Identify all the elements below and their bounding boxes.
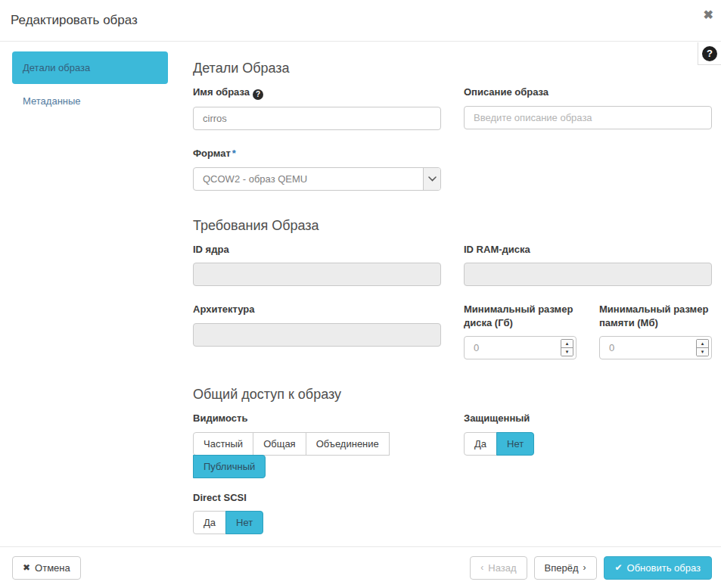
visibility-option-private[interactable]: Частный — [193, 432, 253, 456]
direct-scsi-option-yes[interactable]: Да — [193, 511, 226, 534]
min-ram-spinner-wrap: ▴ ▾ — [599, 336, 712, 359]
chevron-down-icon — [423, 168, 440, 190]
format-select[interactable]: QCOW2 - образ QEMU — [193, 167, 441, 191]
kernel-id-field-group: ID ядра — [193, 243, 441, 287]
image-name-input[interactable] — [193, 107, 441, 130]
min-ram-stepper: ▴ ▾ — [696, 339, 709, 356]
name-description-row: Имя образа? Описание образа — [193, 86, 712, 130]
checkmark-icon: ✔ — [615, 563, 623, 572]
min-disk-increment-button[interactable]: ▴ — [561, 340, 573, 348]
arrow-down-icon: ▾ — [701, 350, 704, 355]
close-button[interactable]: ✖ — [704, 9, 713, 21]
chevron-left-icon: ‹ — [480, 563, 483, 572]
visibility-field-group: Видимость Частный Общая Объединение Публ… — [193, 412, 441, 534]
form-content: Детали Образа Имя образа? Описание образ… — [193, 51, 712, 546]
wizard-sidebar: Детали образа Метаданные — [12, 51, 168, 546]
visibility-option-community[interactable]: Объединение — [306, 432, 390, 456]
dialog-footer: ✖ Отмена ‹ Назад Вперёд › ✔ Обновить обр… — [0, 546, 721, 588]
min-ram-increment-button[interactable]: ▴ — [697, 340, 708, 348]
ramdisk-id-field-group: ID RAM-диска — [464, 243, 712, 287]
help-icon: ? — [702, 46, 717, 61]
details-heading: Детали Образа — [193, 61, 712, 76]
min-ram-decrement-button[interactable]: ▾ — [697, 348, 708, 356]
format-label: Формат* — [193, 147, 441, 160]
edit-image-dialog: Редактировать образ ✖ ? Детали образа Ме… — [0, 0, 721, 588]
visibility-option-shared[interactable]: Общая — [253, 432, 306, 456]
protected-toggle-group: Да Нет — [464, 432, 712, 455]
tab-metadata-label: Метаданные — [23, 95, 81, 107]
min-disk-input[interactable] — [464, 336, 576, 359]
update-image-button[interactable]: ✔ Обновить образ — [604, 556, 713, 580]
min-ram-label: Минимальный размер памяти (Мб) — [599, 303, 712, 329]
direct-scsi-toggle-group: Да Нет — [193, 511, 441, 534]
image-name-help-icon: ? — [253, 89, 263, 100]
tab-metadata[interactable]: Метаданные — [12, 84, 168, 118]
next-button[interactable]: Вперёд › — [534, 556, 597, 580]
image-description-input[interactable] — [464, 106, 712, 129]
min-size-subrow: Минимальный размер диска (Гб) ▴ ▾ Минима… — [464, 303, 712, 359]
direct-scsi-option-no[interactable]: Нет — [225, 511, 263, 534]
direct-scsi-label: Direct SCSI — [193, 491, 441, 505]
visibility-protected-row: Видимость Частный Общая Объединение Публ… — [193, 412, 712, 534]
visibility-option-public[interactable]: Публичный — [193, 455, 266, 478]
sharing-heading: Общий доступ к образу — [193, 387, 712, 403]
arrow-up-icon: ▴ — [566, 341, 569, 347]
min-size-group: Минимальный размер диска (Гб) ▴ ▾ Минима… — [464, 303, 712, 359]
chevron-right-icon: › — [583, 563, 586, 572]
protected-label: Защищенный — [464, 412, 712, 425]
min-ram-input[interactable] — [599, 336, 712, 359]
arrow-down-icon: ▾ — [566, 350, 569, 355]
arrow-up-icon: ▴ — [701, 341, 704, 347]
ramdisk-id-label: ID RAM-диска — [464, 243, 712, 257]
kernel-ramdisk-row: ID ядра ID RAM-диска — [193, 243, 712, 287]
visibility-label: Видимость — [193, 412, 441, 425]
next-button-label: Вперёд — [545, 562, 579, 574]
architecture-field-group: Архитектура — [193, 303, 441, 359]
footer-actions: ‹ Назад Вперёд › ✔ Обновить образ — [470, 556, 712, 580]
min-disk-decrement-button[interactable]: ▾ — [561, 348, 573, 356]
cancel-button[interactable]: ✖ Отмена — [12, 556, 81, 580]
tab-image-details[interactable]: Детали образа — [12, 51, 168, 84]
ramdisk-id-input — [464, 263, 712, 286]
kernel-id-label: ID ядра — [193, 243, 441, 257]
image-name-field-group: Имя образа? — [193, 86, 441, 130]
update-image-button-label: Обновить образ — [627, 562, 701, 574]
architecture-label: Архитектура — [193, 303, 441, 316]
format-selected-value: QCOW2 - образ QEMU — [203, 173, 307, 185]
architecture-input — [193, 323, 441, 347]
back-button-label: Назад — [488, 562, 516, 574]
image-description-field-group: Описание образа — [464, 86, 712, 130]
cancel-x-icon: ✖ — [23, 563, 30, 572]
min-disk-spinner-wrap: ▴ ▾ — [464, 336, 576, 359]
back-button[interactable]: ‹ Назад — [470, 556, 527, 580]
dialog-header: Редактировать образ — [0, 0, 721, 42]
dialog-title: Редактировать образ — [11, 13, 138, 28]
image-description-label: Описание образа — [464, 86, 712, 99]
protected-option-no[interactable]: Нет — [496, 432, 534, 456]
close-icon: ✖ — [704, 8, 713, 21]
min-disk-field-group: Минимальный размер диска (Гб) ▴ ▾ — [464, 303, 576, 359]
requirements-heading: Требования Образа — [193, 218, 712, 234]
direct-scsi-field-group: Direct SCSI Да Нет — [193, 491, 441, 534]
protected-option-yes[interactable]: Да — [464, 432, 497, 456]
help-button[interactable]: ? — [698, 42, 721, 65]
format-field-group: Формат* QCOW2 - образ QEMU — [193, 147, 441, 191]
kernel-id-input — [193, 263, 441, 286]
dialog-body: Детали образа Метаданные Детали Образа И… — [0, 42, 721, 546]
cancel-button-label: Отмена — [35, 562, 70, 574]
min-ram-field-group: Минимальный размер памяти (Мб) ▴ ▾ — [599, 303, 712, 359]
architecture-minsize-row: Архитектура Минимальный размер диска (Гб… — [193, 303, 712, 359]
min-disk-label: Минимальный размер диска (Гб) — [464, 303, 576, 329]
protected-field-group: Защищенный Да Нет — [464, 412, 712, 534]
min-disk-stepper: ▴ ▾ — [561, 339, 573, 356]
tab-image-details-label: Детали образа — [23, 62, 90, 73]
format-row-spacer — [464, 147, 712, 191]
required-asterisk: * — [232, 148, 236, 159]
format-row: Формат* QCOW2 - образ QEMU — [193, 147, 712, 191]
visibility-toggle-group: Частный Общая Объединение Публичный — [193, 432, 399, 478]
image-name-label: Имя образа? — [193, 86, 441, 100]
